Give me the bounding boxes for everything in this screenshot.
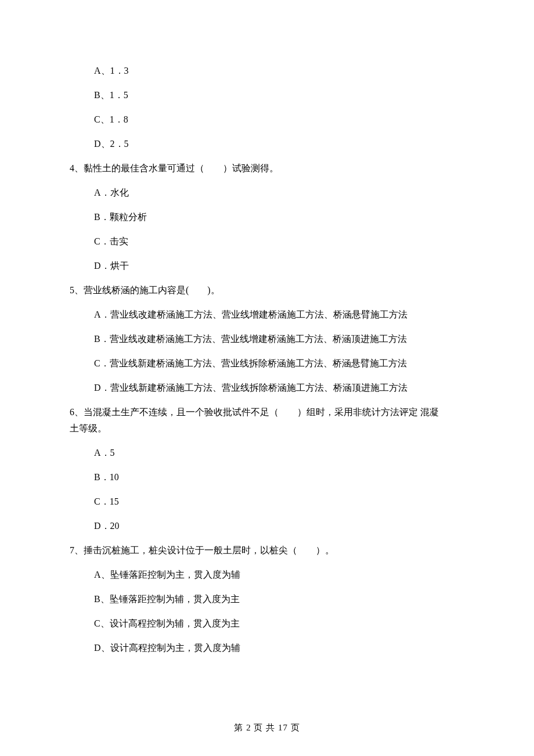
q7-option-c: C、设计高程控制为辅，贯入度为主 [70, 617, 464, 631]
q5-option-a: A．营业线改建桥涵施工方法、营业线增建桥涵施工方法、桥涵悬臂施工方法 [70, 308, 464, 322]
q3-option-a: A、1．3 [70, 64, 464, 78]
q7-option-d: D、设计高程控制为主，贯入度为辅 [70, 641, 464, 655]
q3-option-c: C、1．8 [70, 113, 464, 127]
q6-stem-line1: 6、当混凝土生产不连续，且一个验收批试件不足（ ）组时，采用非统计方法评定 混凝 [70, 405, 464, 419]
page-footer: 第 2 页 共 17 页 [0, 721, 534, 735]
q6-option-c: C．15 [70, 495, 464, 509]
q4-option-b: B．颗粒分析 [70, 210, 464, 224]
q7-stem: 7、捶击沉桩施工，桩尖设计位于一般土层时，以桩尖（ ）。 [70, 543, 464, 557]
page: A、1．3 B、1．5 C、1．8 D、2．5 4、黏性土的最佳含水量可通过（ … [0, 0, 534, 756]
q5-option-d: D．营业线新建桥涵施工方法、营业线拆除桥涵施工方法、桥涵顶进施工方法 [70, 381, 464, 395]
q5-option-c: C．营业线新建桥涵施工方法、营业线拆除桥涵施工方法、桥涵悬臂施工方法 [70, 357, 464, 370]
q6-option-d: D．20 [70, 519, 464, 533]
q6-option-a: A．5 [70, 446, 464, 460]
q4-stem: 4、黏性土的最佳含水量可通过（ ）试验测得。 [70, 161, 464, 175]
q7-option-b: B、坠锤落距控制为辅，贯入度为主 [70, 592, 464, 606]
q3-option-b: B、1．5 [70, 88, 464, 102]
q7-option-a: A、坠锤落距控制为主，贯入度为辅 [70, 568, 464, 582]
q4-option-a: A．水化 [70, 186, 464, 200]
q3-option-d: D、2．5 [70, 137, 464, 151]
q5-option-b: B．营业线改建桥涵施工方法、营业线增建桥涵施工方法、桥涵顶进施工方法 [70, 332, 464, 346]
q4-option-d: D．烘干 [70, 259, 464, 273]
q4-option-c: C．击实 [70, 235, 464, 249]
q5-stem: 5、营业线桥涵的施工内容是( )。 [70, 283, 464, 297]
q6-stem-line2: 土等级。 [70, 422, 464, 435]
q6-option-b: B．10 [70, 470, 464, 484]
